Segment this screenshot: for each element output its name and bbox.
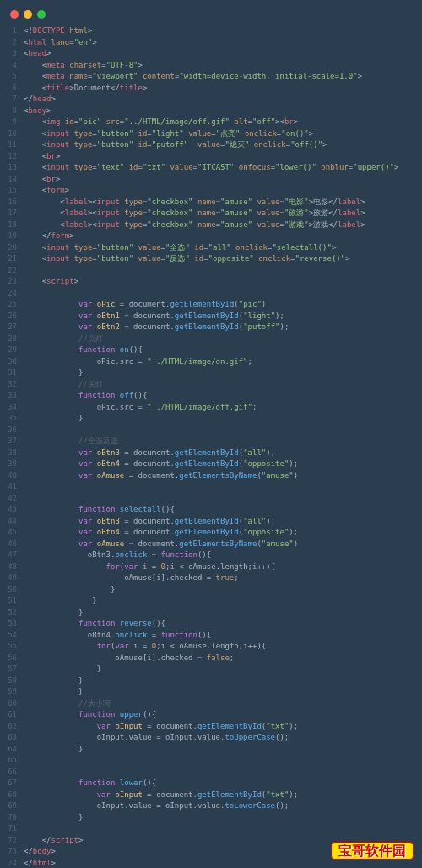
code-line[interactable]: <!DOCTYPE html> bbox=[24, 25, 422, 37]
code-line[interactable]: var oAmuse = document.getElementsByName(… bbox=[24, 539, 422, 551]
code-line[interactable]: function selectall(){ bbox=[24, 504, 422, 516]
code-line[interactable]: <img id="pic" src="../HTML/image/off.gif… bbox=[24, 117, 422, 128]
line-number: 74 bbox=[0, 858, 17, 869]
code-line[interactable]: } bbox=[24, 584, 422, 596]
code-line[interactable]: </form> bbox=[24, 231, 422, 242]
line-number: 56 bbox=[0, 653, 17, 665]
code-line[interactable]: var oBtn1 = document.getElementById("lig… bbox=[24, 311, 422, 323]
code-line[interactable] bbox=[24, 288, 422, 300]
code-line[interactable]: <form> bbox=[24, 185, 422, 197]
code-line[interactable]: oBtn4.onclick = function(){ bbox=[24, 630, 422, 642]
code-line[interactable]: <title>Document</title> bbox=[24, 83, 422, 95]
code-line[interactable]: } bbox=[24, 595, 422, 607]
code-line[interactable]: oPic.src = "../HTML/image/on.gif"; bbox=[24, 356, 422, 368]
code-line[interactable]: var oBtn4 = document.getElementById("opp… bbox=[24, 458, 422, 470]
line-number: 71 bbox=[0, 823, 17, 835]
titlebar bbox=[0, 7, 422, 25]
line-number: 32 bbox=[0, 379, 17, 391]
code-line[interactable] bbox=[24, 823, 422, 835]
line-number: 29 bbox=[0, 344, 17, 356]
line-number: 12 bbox=[0, 151, 17, 163]
code-line[interactable]: var oInput = document.getElementById("tx… bbox=[24, 721, 422, 733]
code-line[interactable]: <html lang="en"> bbox=[24, 37, 422, 49]
line-number: 22 bbox=[0, 265, 17, 277]
code-line[interactable]: <br> bbox=[24, 151, 422, 163]
code-line[interactable]: <meta name="viewport" content="width=dev… bbox=[24, 71, 422, 83]
code-line[interactable]: <input type="button" value="反选" id="oppo… bbox=[24, 253, 422, 265]
code-line[interactable]: <input type="button" id="putoff" value="… bbox=[24, 139, 422, 151]
line-number: 50 bbox=[0, 584, 17, 596]
code-line[interactable]: //全选反选 bbox=[24, 436, 422, 448]
code-line[interactable]: var oBtn4 = document.getElementById("opp… bbox=[24, 527, 422, 539]
code-line[interactable]: <label><input type="checkbox" name="amus… bbox=[24, 220, 422, 231]
code-line[interactable]: var oBtn3 = document.getElementById("all… bbox=[24, 448, 422, 459]
line-number: 66 bbox=[0, 767, 17, 778]
code-line[interactable]: oInput.value = oInput.value.toUpperCase(… bbox=[24, 732, 422, 744]
code-line[interactable]: </head> bbox=[24, 94, 422, 106]
code-line[interactable]: function off(){ bbox=[24, 390, 422, 402]
code-editor[interactable]: 1234567891011121314151617181920212223242… bbox=[0, 25, 422, 868]
code-line[interactable] bbox=[24, 481, 422, 493]
code-line[interactable]: <input type="button" value="全选" id="all"… bbox=[24, 242, 422, 254]
code-line[interactable]: } bbox=[24, 607, 422, 619]
code-line[interactable]: oAmuse[i].checked = false; bbox=[24, 653, 422, 665]
code-line[interactable]: //关灯 bbox=[24, 379, 422, 391]
line-number: 57 bbox=[0, 664, 17, 675]
code-line[interactable]: oBtn3.onclick = function(){ bbox=[24, 550, 422, 561]
close-icon[interactable] bbox=[10, 10, 19, 19]
code-content[interactable]: <!DOCTYPE html><html lang="en"><head> <m… bbox=[24, 25, 422, 868]
code-line[interactable] bbox=[24, 493, 422, 505]
code-line[interactable]: } bbox=[24, 413, 422, 425]
line-number: 8 bbox=[0, 106, 17, 117]
code-line[interactable]: } bbox=[24, 744, 422, 756]
line-number: 46 bbox=[0, 539, 17, 551]
code-line[interactable]: var oBtn3 = document.getElementById("all… bbox=[24, 516, 422, 528]
line-number: 72 bbox=[0, 835, 17, 847]
line-number: 44 bbox=[0, 516, 17, 528]
code-line[interactable] bbox=[24, 425, 422, 437]
line-number: 23 bbox=[0, 276, 17, 288]
code-line[interactable]: <label><input type="checkbox" name="amus… bbox=[24, 208, 422, 220]
code-line[interactable]: function reverse(){ bbox=[24, 618, 422, 630]
code-line[interactable]: <script> bbox=[24, 276, 422, 288]
code-line[interactable]: function lower(){ bbox=[24, 778, 422, 789]
code-line[interactable]: <label><input type="checkbox" name="amus… bbox=[24, 197, 422, 209]
code-line[interactable]: } bbox=[24, 664, 422, 675]
code-line[interactable]: <body> bbox=[24, 106, 422, 117]
code-line[interactable]: var oPic = document.getElementById("pic"… bbox=[24, 299, 422, 311]
code-line[interactable]: } bbox=[24, 812, 422, 824]
code-line[interactable]: var oAmuse = document.getElementsByName(… bbox=[24, 470, 422, 482]
code-line[interactable]: } bbox=[24, 686, 422, 698]
code-line[interactable]: var oInput = document.getElementById("tx… bbox=[24, 789, 422, 801]
code-line[interactable] bbox=[24, 767, 422, 778]
code-line[interactable]: oAmuse[i].checked = true; bbox=[24, 572, 422, 584]
line-number: 11 bbox=[0, 139, 17, 151]
code-line[interactable]: function on(){ bbox=[24, 344, 422, 356]
line-number: 48 bbox=[0, 561, 17, 573]
code-line[interactable]: } bbox=[24, 675, 422, 687]
code-line[interactable]: <meta charset="UTF-8"> bbox=[24, 60, 422, 72]
code-line[interactable] bbox=[24, 265, 422, 277]
code-line[interactable]: <br> bbox=[24, 174, 422, 186]
code-line[interactable]: <input type="text" id="txt" value="ITCAS… bbox=[24, 162, 422, 174]
line-number: 54 bbox=[0, 630, 17, 642]
code-line[interactable]: <input type="button" id="light" value="点… bbox=[24, 128, 422, 140]
code-line[interactable]: //点灯 bbox=[24, 334, 422, 345]
code-line[interactable]: oInput.value = oInput.value.toLowerCase(… bbox=[24, 800, 422, 812]
code-line[interactable]: for(var i = 0;i < oAmuse.length;i++){ bbox=[24, 561, 422, 573]
code-line[interactable]: <head> bbox=[24, 48, 422, 60]
code-line[interactable] bbox=[24, 755, 422, 767]
code-line[interactable]: var oBtn2 = document.getElementById("put… bbox=[24, 322, 422, 334]
line-number: 14 bbox=[0, 174, 17, 186]
code-line[interactable]: function upper(){ bbox=[24, 709, 422, 721]
line-number: 38 bbox=[0, 448, 17, 459]
line-number: 60 bbox=[0, 698, 17, 710]
code-line[interactable]: for(var i = 0;i < oAmuse.length;i++){ bbox=[24, 641, 422, 653]
minimize-icon[interactable] bbox=[24, 10, 32, 19]
code-line[interactable]: //大小写 bbox=[24, 698, 422, 710]
code-line[interactable]: } bbox=[24, 367, 422, 379]
line-number: 49 bbox=[0, 572, 17, 584]
zoom-icon[interactable] bbox=[37, 10, 46, 19]
line-number: 1 bbox=[0, 25, 17, 37]
code-line[interactable]: oPic.src = "../HTML/image/off.gif"; bbox=[24, 402, 422, 414]
